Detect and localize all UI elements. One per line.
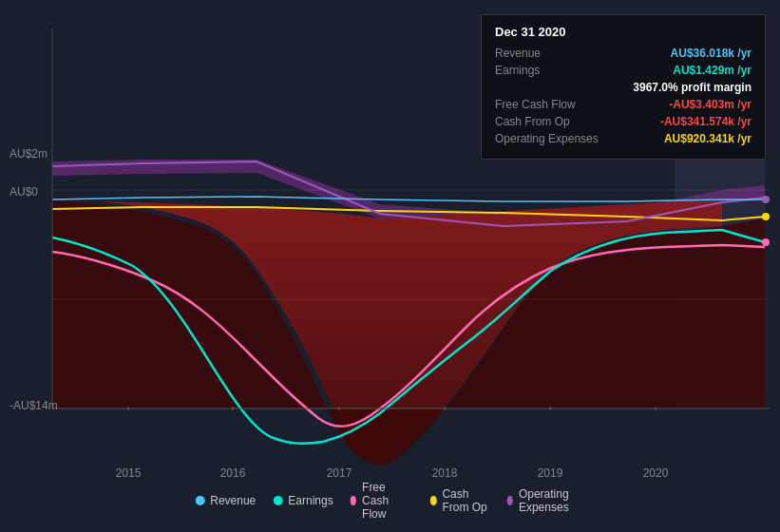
y-label-mid: AU$0 [10,185,38,199]
legend-cashop[interactable]: Cash From Op [430,487,489,514]
legend-earnings-dot [273,496,282,505]
legend-revenue-label: Revenue [210,494,256,507]
legend-revenue[interactable]: Revenue [195,494,256,507]
tooltip-cashop-row: Cash From Op -AU$341.574k /yr [495,115,751,128]
legend-opex[interactable]: Operating Expenses [507,487,585,514]
legend-cashop-dot [430,496,436,505]
legend-opex-label: Operating Expenses [519,487,585,514]
tooltip-fcf-label: Free Cash Flow [495,98,576,111]
legend-fcf-label: Free Cash Flow [362,481,413,521]
tooltip-opex-label: Operating Expenses [495,132,599,145]
legend-earnings-label: Earnings [288,494,333,507]
tooltip-opex-value: AU$920.341k /yr [664,132,751,145]
tooltip-revenue-label: Revenue [495,47,541,60]
y-label-bottom: -AU$14m [10,399,58,412]
x-label-2015: 2015 [116,466,142,480]
tooltip-revenue-value: AU$36.018k /yr [671,47,751,60]
x-label-2019: 2019 [538,466,563,480]
tooltip-date: Dec 31 2020 [495,25,751,39]
y-label-top: AU$2m [10,147,48,161]
tooltip-revenue-row: Revenue AU$36.018k /yr [495,47,751,60]
tooltip-earnings-value: AU$1.429m /yr [673,64,751,77]
chart-container: AU$2m AU$0 -AU$14m 2015 2016 2017 2018 2… [0,0,780,532]
tooltip-earnings-label: Earnings [495,64,540,77]
tooltip-fcf-value: -AU$3.403m /yr [669,98,751,111]
legend-opex-dot [507,496,513,505]
tooltip-margin: 3967.0% profit margin [495,81,751,94]
x-label-2017: 2017 [327,466,352,480]
x-label-2018: 2018 [432,466,458,480]
x-label-2016: 2016 [220,466,246,480]
legend-revenue-dot [195,496,204,505]
svg-point-13 [762,196,770,203]
tooltip-cashop-label: Cash From Op [495,115,570,128]
legend-fcf-dot [351,496,356,505]
legend: Revenue Earnings Free Cash Flow Cash Fro… [195,481,585,521]
svg-point-14 [762,213,770,220]
x-label-2020: 2020 [643,466,669,480]
legend-earnings[interactable]: Earnings [273,494,333,507]
tooltip-box: Dec 31 2020 Revenue AU$36.018k /yr Earni… [481,14,766,160]
legend-fcf[interactable]: Free Cash Flow [351,481,413,521]
tooltip-cashop-value: -AU$341.574k /yr [660,115,751,128]
tooltip-earnings-row: Earnings AU$1.429m /yr [495,64,751,77]
tooltip-fcf-row: Free Cash Flow -AU$3.403m /yr [495,98,751,111]
legend-cashop-label: Cash From Op [442,487,489,514]
tooltip-opex-row: Operating Expenses AU$920.341k /yr [495,132,751,145]
svg-point-15 [762,238,770,246]
